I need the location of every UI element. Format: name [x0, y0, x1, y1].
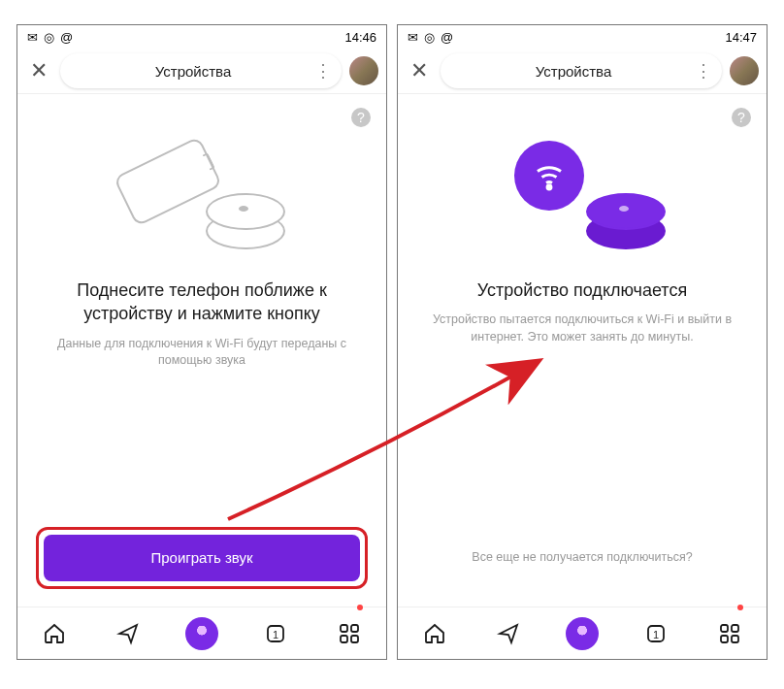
- svg-point-6: [547, 185, 551, 189]
- illustration-wifi-speaker: [495, 148, 670, 255]
- instruction-title: Поднесите телефон поближе к устройству и…: [41, 279, 363, 326]
- svg-text:1: 1: [273, 629, 278, 640]
- svg-rect-9: [721, 625, 728, 632]
- status-icons: ✉ ◎ @: [408, 30, 453, 45]
- nav-tabs[interactable]: 1: [637, 622, 675, 645]
- whatsapp-icon: ◎: [424, 30, 435, 45]
- nav-home[interactable]: [415, 622, 454, 645]
- header: ✕ Устройства ⋮: [398, 49, 767, 93]
- wifi-icon: [514, 141, 584, 211]
- play-sound-button[interactable]: Проиграть звук: [44, 535, 360, 581]
- speaker-filled-icon: [586, 181, 662, 249]
- nav-send[interactable]: [109, 622, 147, 645]
- header: ✕ Устройства ⋮: [17, 49, 386, 93]
- highlight-frame: Проиграть звук: [36, 527, 368, 589]
- close-icon[interactable]: ✕: [25, 58, 52, 83]
- phone-screen-right: ✉ ◎ @ 14:47 ✕ Устройства ⋮ ? Устройство …: [397, 24, 768, 660]
- nav-send[interactable]: [489, 622, 528, 645]
- instruction-subtitle: Данные для подключения к Wi-Fi будут пер…: [41, 336, 363, 370]
- notification-dot: [737, 605, 743, 610]
- header-pill[interactable]: Устройства ⋮: [60, 53, 342, 88]
- nav-alice[interactable]: [182, 617, 221, 650]
- svg-rect-2: [341, 625, 347, 632]
- phone-screen-left: ✉ ◎ @ 14:46 ✕ Устройства ⋮ ? Поднесите т…: [16, 24, 387, 660]
- nav-alice[interactable]: [563, 617, 602, 650]
- more-icon[interactable]: ⋮: [314, 60, 330, 82]
- page-title: Устройства: [452, 63, 695, 80]
- mail-icon: ✉: [408, 30, 418, 45]
- nav-tabs[interactable]: 1: [256, 622, 295, 645]
- svg-rect-3: [351, 625, 358, 632]
- clock: 14:47: [725, 30, 757, 45]
- close-icon[interactable]: ✕: [406, 58, 433, 83]
- status-icons: ✉ ◎ @: [27, 30, 73, 45]
- svg-text:1: 1: [653, 629, 659, 640]
- status-bar: ✉ ◎ @ 14:47: [398, 25, 767, 49]
- bottom-nav: 1: [398, 607, 767, 659]
- at-icon: @: [441, 30, 453, 45]
- nav-home[interactable]: [35, 622, 74, 645]
- nav-apps[interactable]: [330, 622, 369, 645]
- svg-rect-11: [721, 636, 728, 642]
- instruction-title: Устройство подключается: [421, 279, 743, 302]
- notification-dot: [357, 605, 363, 610]
- page-title: Устройства: [72, 63, 314, 80]
- mail-icon: ✉: [27, 30, 38, 45]
- troubleshoot-link[interactable]: Все еще не получается подключиться?: [421, 550, 743, 564]
- content: ? Поднесите телефон поближе к устройству…: [17, 93, 386, 607]
- nav-apps[interactable]: [710, 622, 749, 645]
- avatar[interactable]: [730, 56, 759, 85]
- svg-rect-5: [351, 636, 358, 642]
- bottom-nav: 1: [17, 607, 386, 659]
- alice-icon: [566, 617, 599, 650]
- status-bar: ✉ ◎ @ 14:46: [17, 25, 386, 49]
- at-icon: @: [60, 30, 73, 45]
- speaker-outline-icon: [206, 181, 281, 249]
- alice-icon: [185, 617, 218, 650]
- clock: 14:46: [344, 30, 376, 45]
- svg-rect-12: [732, 636, 738, 642]
- header-pill[interactable]: Устройства ⋮: [441, 53, 722, 88]
- svg-rect-4: [341, 636, 347, 642]
- instruction-subtitle: Устройство пытается подключиться к Wi-Fi…: [421, 312, 743, 345]
- help-icon[interactable]: ?: [351, 108, 371, 127]
- illustration-phone-speaker: [114, 148, 289, 255]
- help-icon[interactable]: ?: [732, 108, 751, 127]
- avatar[interactable]: [349, 56, 378, 85]
- svg-rect-10: [732, 625, 738, 632]
- more-icon[interactable]: ⋮: [695, 60, 710, 82]
- content: ? Устройство подключается Устройство пыт…: [398, 93, 767, 607]
- whatsapp-icon: ◎: [44, 30, 54, 45]
